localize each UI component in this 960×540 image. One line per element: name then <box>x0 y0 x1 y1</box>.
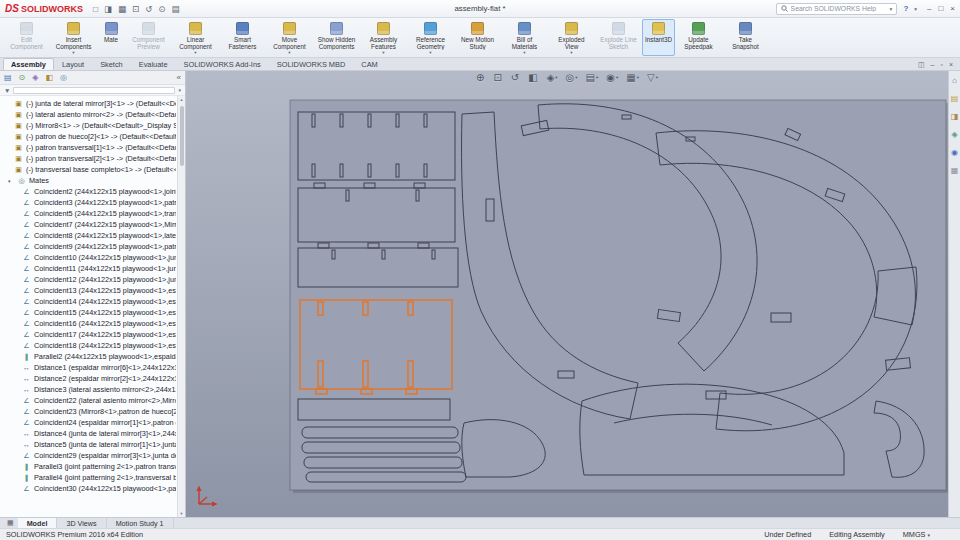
appearances-icon[interactable]: ◉ <box>951 148 958 157</box>
tree-mate-row[interactable]: ∠ Coincident9 (244x122x15 playwood<1>,pa… <box>0 241 176 252</box>
ribbon-button[interactable]: Linear Component Pattern ▾ <box>172 19 219 56</box>
ribbon-button[interactable]: Move Component ▾ <box>266 19 313 56</box>
tree-mate-row[interactable]: ↔ Distance2 (espaldar mirror[2]<1>,244x1… <box>0 373 176 384</box>
file-explorer-icon[interactable]: ◨ <box>951 112 959 121</box>
section-view-icon[interactable]: ◧ <box>528 72 538 83</box>
design-library-icon[interactable]: ▤ <box>951 94 959 103</box>
edit-appearance-icon[interactable]: ◉ ▾ <box>606 72 618 83</box>
tab-layout[interactable]: Layout <box>54 58 92 70</box>
bottom-tab-model[interactable]: Model <box>18 518 58 528</box>
help-icon[interactable]: ? <box>903 4 908 13</box>
ribbon-button[interactable]: New Motion Study ▾ <box>454 19 501 56</box>
zoom-area-icon[interactable]: ⊡ <box>493 72 502 83</box>
dimxpertmanager-icon[interactable]: ◧ <box>45 73 53 82</box>
tab-assembly[interactable]: Assembly <box>3 58 54 70</box>
displaymanager-icon[interactable]: ◎ <box>60 73 67 82</box>
tree-mate-row[interactable]: ∠ Coincident13 (244x122x15 playwood<1>,e… <box>0 285 176 296</box>
ribbon-button[interactable]: Take Snapshot ▾ <box>722 19 769 56</box>
rebuild-icon[interactable]: ⊙ <box>158 4 165 14</box>
tree-mate-row[interactable]: ∠ Coincident5 (244x122x15 playwood<1>,tr… <box>0 208 176 219</box>
tree-mates-folder[interactable]: ▾ ◎ Mates <box>0 175 176 186</box>
tree-mate-row[interactable]: ∠ Coincident22 (lateral asiento mirror<2… <box>0 395 176 406</box>
tree-mate-row[interactable]: ∠ Coincident18 (244x122x15 playwood<1>,e… <box>0 340 176 351</box>
tree-scrollbar[interactable]: ▲ ▼ <box>177 96 185 517</box>
search-box[interactable]: ▾ <box>776 3 898 15</box>
tree-mate-row[interactable]: ∠ Coincident16 (244x122x15 playwood<1>,e… <box>0 318 176 329</box>
viewport-close-icon[interactable]: × <box>949 61 953 69</box>
viewport-restore-icon[interactable]: ▫ <box>940 61 942 69</box>
tree-mate-row[interactable]: ∠ Coincident14 (244x122x15 playwood<1>,e… <box>0 296 176 307</box>
ribbon-button[interactable]: Reference Geometry ▾ <box>407 19 454 56</box>
graphics-viewport[interactable]: ⊕ ⊡ ↺ ◧ <box>186 71 948 517</box>
tree-mate-row[interactable]: ↔ Distance1 (espaldar mirror[6]<1>,244x1… <box>0 362 176 373</box>
expander-icon[interactable]: ▾ <box>8 178 14 184</box>
tree-mate-row[interactable]: ∠ Coincident8 (244x122x15 playwood<1>,la… <box>0 230 176 241</box>
tree-mate-row[interactable]: ∥ Parallel2 (244x122x15 playwood<1>,espa… <box>0 351 176 362</box>
tree-mate-row[interactable]: ∠ Coincident7 (244x122x15 playwood<1>,Mi… <box>0 219 176 230</box>
close-button[interactable]: × <box>950 4 955 13</box>
tree-component-row[interactable]: ▣ (-) patron transversal[1]<1> -> (Defau… <box>0 142 176 153</box>
minimize-button[interactable]: – <box>927 4 931 13</box>
print-icon[interactable]: ⊡ <box>132 4 139 14</box>
featuremanager-tree-icon[interactable]: ▤ <box>4 73 12 82</box>
tab-solidworks-add-ins[interactable]: SOLIDWORKS Add-Ins <box>176 58 269 70</box>
chevron-down-icon[interactable]: ▾ <box>914 6 917 12</box>
restore-button[interactable]: □ <box>938 4 943 13</box>
apply-scene-icon[interactable]: ▦ ▾ <box>626 72 639 83</box>
configurationmanager-icon[interactable]: ◈ <box>32 73 38 82</box>
units-selector[interactable]: MMGS ▾ <box>903 530 930 539</box>
zoom-fit-icon[interactable]: ⊕ <box>476 72 485 83</box>
display-style-icon[interactable]: ◎ ▾ <box>566 72 578 83</box>
view-orientation-icon[interactable]: ◈ ▾ <box>547 72 558 83</box>
open-file-icon[interactable]: ◨ <box>104 4 112 14</box>
tree-mate-row[interactable]: ∠ Coincident2 (244x122x15 playwood<1>,jo… <box>0 186 176 197</box>
ribbon-button[interactable]: Bill of Materials ▾ <box>501 19 548 56</box>
tree-component-row[interactable]: ▣ (-) transversal base completo<1> -> (D… <box>0 164 176 175</box>
tab-solidworks-mbd[interactable]: SOLIDWORKS MBD <box>269 58 354 70</box>
undo-icon[interactable]: ↺ <box>145 4 152 14</box>
collapse-panel-icon[interactable]: « <box>177 73 181 82</box>
chevron-down-icon[interactable]: ▾ <box>890 6 893 12</box>
tree-mate-row[interactable]: ∠ Coincident11 (244x122x15 playwood<1>,j… <box>0 263 176 274</box>
tree-component-row[interactable]: ▣ (-) Mirror8<1> -> (Default<<Default>_D… <box>0 120 176 131</box>
ribbon-button[interactable]: Assembly Features ▾ <box>360 19 407 56</box>
save-icon[interactable]: ▦ <box>118 4 126 14</box>
filter-input[interactable] <box>13 87 175 94</box>
tree-mate-row[interactable]: ↔ Distance3 (lateral assiento mirror<2>,… <box>0 384 176 395</box>
scroll-thumb[interactable] <box>180 106 184 166</box>
tree-mate-row[interactable]: ∠ Coincident3 (244x122x15 playwood<1>,pa… <box>0 197 176 208</box>
bottom-tab-motion-study-1[interactable]: Motion Study 1 <box>107 518 174 528</box>
new-file-icon[interactable]: □ <box>93 4 98 14</box>
tab-sketch[interactable]: Sketch <box>92 58 131 70</box>
previous-view-icon[interactable]: ↺ <box>511 72 520 83</box>
tab-list-icon[interactable]: ▦ <box>3 518 18 528</box>
tree-mate-row[interactable]: ∠ Coincident10 (244x122x15 playwood<1>,j… <box>0 252 176 263</box>
options-icon[interactable]: ▤ <box>171 4 179 14</box>
tree-mate-row[interactable]: ∠ Coincident23 (Mirror8<1>,patron de hue… <box>0 406 176 417</box>
ribbon-button[interactable]: Explode Line Sketch ▾ <box>595 19 642 56</box>
viewport-minimize-icon[interactable]: – <box>931 61 935 69</box>
tree-mate-row[interactable]: ∠ Coincident17 (244x122x15 playwood<1>,e… <box>0 329 176 340</box>
tree-mate-row[interactable]: ↔ Distance4 (junta de lateral mirror[3]<… <box>0 428 176 439</box>
tab-cam[interactable]: CAM <box>353 58 385 70</box>
tree-mate-row[interactable]: ∠ Coincident24 (espaldar mirror[1]<1>,pa… <box>0 417 176 428</box>
ribbon-button[interactable]: Instant3D ▾ <box>642 19 675 56</box>
ribbon-button[interactable]: Exploded View ▾ <box>548 19 595 56</box>
ribbon-button[interactable]: Update Speedpak ▾ <box>675 19 722 56</box>
tree-component-row[interactable]: ▣ (-) patron de hueco[2]<1> -> (Default<… <box>0 131 176 142</box>
viewport-split-icon[interactable]: ◫ <box>918 61 925 69</box>
tree-mate-row[interactable]: ∠ Coincident30 (244x122x15 playwood<1>,p… <box>0 483 176 494</box>
tree-mate-row[interactable]: ↔ Distance5 (junta de lateral mirror[1]<… <box>0 439 176 450</box>
tree-mate-row[interactable]: ∥ Parallel3 (joint patterning 2<1>,patro… <box>0 461 176 472</box>
ribbon-button[interactable]: Edit Component ▾ <box>3 19 50 56</box>
tree-mate-row[interactable]: ∥ Parallel4 (joint patterning 2<1>,trans… <box>0 472 176 483</box>
tree-component-row[interactable]: ▣ (-) patron transversal[2]<1> -> (Defau… <box>0 153 176 164</box>
tree-mate-row[interactable]: ∠ Coincident12 (244x122x15 playwood<1>,j… <box>0 274 176 285</box>
tree-mate-row[interactable]: ∠ Coincident29 (espaldar mirror[3]<1>,ju… <box>0 450 176 461</box>
tree-mate-row[interactable]: ∠ Coincident15 (244x122x15 playwood<1>,e… <box>0 307 176 318</box>
view-palette-icon[interactable]: ◈ <box>951 130 957 139</box>
ribbon-button[interactable]: Insert Components ▾ <box>50 19 97 56</box>
custom-properties-icon[interactable]: ▦ <box>951 166 959 175</box>
bottom-tab-3d-views[interactable]: 3D Views <box>57 518 106 528</box>
scroll-up-icon[interactable]: ▲ <box>180 97 184 102</box>
